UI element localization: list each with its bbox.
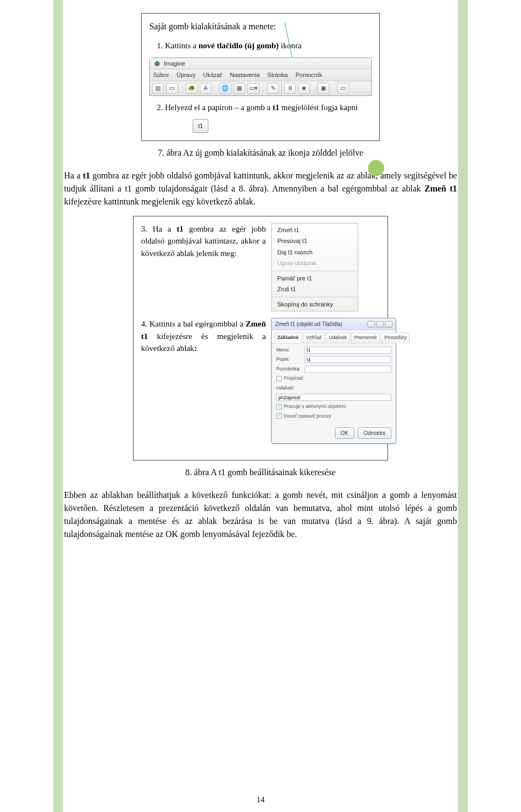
input-meno[interactable] [304, 347, 391, 354]
tool-paint-icon[interactable]: ✎ [267, 83, 279, 94]
row-udalost: Udalosť: [276, 385, 391, 392]
step4-post: kifejezésre és megjelenik a következő ab… [141, 332, 266, 353]
tool-open-icon[interactable]: ▭ [166, 83, 178, 94]
step-4-row: 4. Kattints a bal egérgombbal a Zmeň t1 … [141, 318, 380, 444]
ctx-zrus-t1[interactable]: Zruš t1 [272, 284, 358, 295]
label-popis: Popis: [276, 356, 302, 363]
tab-vzhlad[interactable]: Vzhľad [303, 333, 325, 343]
page-root: Saját gomb kialakításának a menete: 1. K… [0, 0, 521, 812]
step-3-row: 3. Ha a t1 gombra az egér jobb oldalsó g… [141, 223, 380, 312]
input-popis[interactable] [304, 356, 391, 363]
dialog-tabs: Základné Vzhľad Udalosti Premenné Proced… [272, 330, 396, 343]
tool-rect-icon[interactable]: ▭ [337, 83, 349, 94]
checkbox-active-icon: ✓ [276, 404, 282, 410]
green-dot-marker [368, 160, 384, 176]
step4-colon: : [194, 344, 197, 353]
check-allow[interactable]: ✓ Dovoľ zastaviť proces [276, 413, 391, 420]
page-number: 14 [0, 794, 521, 806]
ok-button[interactable]: OK [335, 427, 354, 439]
dialog-window-buttons [367, 321, 392, 328]
green-margin-right [458, 0, 468, 812]
check-prepinac[interactable]: Prepínač [276, 375, 391, 382]
step3-bold: t1 [177, 225, 184, 233]
zmen-t1-dialog: Zmeň t1 (objekt od Tlačidla) Základné Vz… [271, 318, 396, 444]
imagine-toolbar: ▥ ▭ 🐢 A 🌐 ▦ ▭▾ ✎ ⏸ ■ ▣ ▭ [150, 81, 371, 95]
input-poznamka[interactable] [304, 366, 391, 373]
tab-premenne[interactable]: Premenné [351, 333, 380, 343]
imagine-window: ✿ Imagine Súbor Úpravy Ukázať Nastavenia… [149, 57, 372, 96]
green-margin-left [53, 0, 63, 812]
step1-bold: nové tlačidlo (új gomb) [199, 41, 279, 50]
row-udalost-val [276, 394, 391, 401]
tool-text-icon[interactable]: A [200, 83, 212, 94]
checkbox-allow-icon: ✓ [276, 413, 282, 419]
row-meno: Meno: [276, 347, 391, 354]
tool-turtle-icon[interactable]: 🐢 [186, 83, 198, 94]
row-poznamka: Poznámka: [276, 366, 391, 373]
tool-new-button-icon[interactable]: ▭▾ [247, 83, 259, 94]
ctx-uprav-obrazok: Uprav obrázok [272, 258, 358, 269]
check-active[interactable]: ✓ Pracuje s aktívnymi objektmi [276, 403, 391, 411]
step1-pre: 1. Kattints a [157, 41, 199, 50]
figure-1-caption: 7. ábra Az új gomb kialakításának az iko… [64, 146, 457, 159]
paragraph-1: Ha a t1 gombra az egér jobb oldalsó gomb… [64, 169, 457, 208]
dialog-titlebar: Zmeň t1 (objekt od Tlačidla) [272, 318, 396, 330]
imagine-title-text: Imagine [164, 59, 185, 68]
tool-new-icon[interactable]: ▥ [152, 83, 164, 94]
check-prepinac-label: Prepínač [284, 375, 303, 382]
label-udalost: Udalosť: [276, 385, 302, 392]
check-allow-label: Dovoľ zastaviť proces [284, 413, 331, 420]
dialog-title-text: Zmeň t1 (objekt od Tlačidla) [275, 320, 342, 328]
paragraph-2: Ebben az ablakban beállíthatjuk a követk… [64, 489, 457, 541]
cancel-button[interactable]: Odmietni [358, 427, 391, 439]
checkbox-prepinac-icon [276, 376, 282, 381]
dialog-footer: OK Odmietni [272, 424, 396, 443]
ctx-zmen-t1[interactable]: Zmeň t1 [272, 225, 358, 236]
menu-ukazat[interactable]: Ukázať [203, 71, 222, 80]
step2-pre: 2. Helyezd el a papíron – a gomb a [157, 103, 272, 112]
step-2: 2. Helyezd el a papíron – a gomb a t1 me… [157, 101, 372, 114]
figure-2-caption: 8. ábra A t1 gomb beállításainak kikeres… [64, 466, 457, 479]
toolbar-separator [281, 83, 282, 94]
close-icon[interactable] [385, 321, 392, 328]
step-3: 3. Ha a t1 gombra az egér jobb oldalsó g… [141, 223, 266, 260]
tool-window-icon[interactable]: ▣ [317, 83, 329, 94]
tool-stop-icon[interactable]: ■ [298, 83, 310, 94]
ctx-skopiruj[interactable]: Skopíruj do schránky [272, 299, 358, 310]
tool-globe-icon[interactable]: 🌐 [219, 83, 231, 94]
menu-pomocnik[interactable]: Pomocník [295, 71, 322, 80]
imagine-app-icon: ✿ [153, 60, 161, 67]
maximize-icon[interactable] [376, 321, 384, 328]
check-active-label: Pracuje s aktívnymi objektmi [284, 403, 346, 411]
menu-upravy[interactable]: Úpravy [176, 71, 195, 80]
figure-1-title: Saját gomb kialakításának a menete: [149, 20, 372, 33]
input-udalost[interactable] [276, 394, 391, 401]
tab-zakladne[interactable]: Základné [274, 333, 302, 343]
ctx-presuvaj-t1[interactable]: Presúvaj t1 [272, 235, 358, 247]
step2-post: megjelölést fogja kapni [279, 103, 358, 112]
menu-nastavenia[interactable]: Nastavenia [230, 71, 260, 80]
step2-bold: t1 [272, 103, 279, 112]
p1-b: t1 [83, 171, 90, 180]
ctx-pamat-t1[interactable]: Pamäť pre t1 [272, 273, 358, 284]
figure-2-box: 3. Ha a t1 gombra az egér jobb oldalsó g… [133, 216, 388, 461]
t1-button[interactable]: t1 [193, 119, 208, 133]
step3-pre: 3. Ha a [141, 225, 177, 233]
p1-a: Ha a [64, 171, 83, 180]
ctx-daj-t1[interactable]: Daj t1 navrch [272, 247, 358, 258]
menu-subor[interactable]: Súbor [153, 71, 169, 80]
menu-stranka[interactable]: Stránka [268, 71, 288, 80]
row-popis: Popis: [276, 356, 391, 363]
minimize-icon[interactable] [367, 321, 375, 328]
p1-d: Zmeň t1 [424, 184, 457, 193]
step-1: 1. Kattints a nové tlačidlo (új gomb) ik… [157, 40, 372, 52]
tab-udalosti[interactable]: Udalosti [326, 333, 350, 343]
dialog-body: Meno: Popis: Poznámka: Prepínač [272, 343, 396, 425]
tool-grid-icon[interactable]: ▦ [233, 83, 245, 94]
p1-c: gombra az egér jobb oldalsó gombjával ka… [64, 171, 457, 193]
tab-procedury[interactable]: Procedúry [381, 333, 410, 343]
ctx-sep-2 [272, 297, 358, 297]
step-4: 4. Kattints a bal egérgombbal a Zmeň t1 … [141, 318, 266, 355]
p1-e: kifejezésre kattintunk megjelenik egy kö… [64, 197, 256, 206]
tool-pause-icon[interactable]: ⏸ [284, 83, 296, 94]
